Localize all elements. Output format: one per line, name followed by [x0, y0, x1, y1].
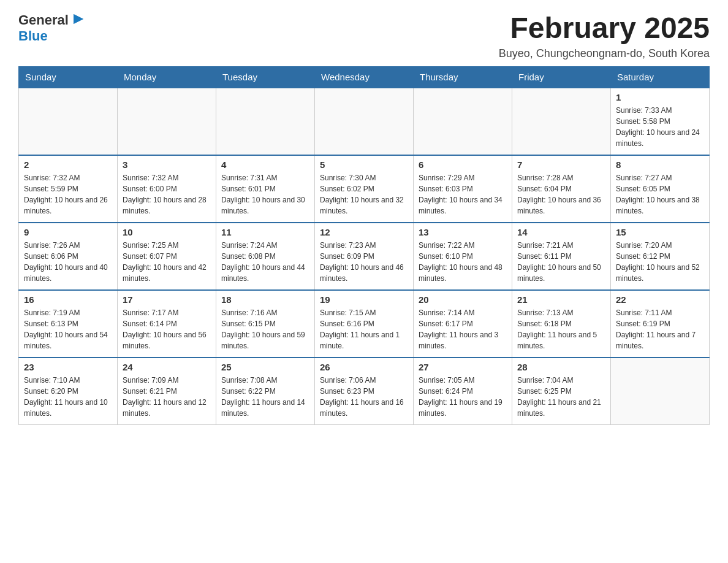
- day-number: 22: [616, 294, 704, 305]
- day-number: 5: [320, 159, 408, 170]
- col-sunday: Sunday: [19, 66, 118, 88]
- calendar-week-5: 23Sunrise: 7:10 AM Sunset: 6:20 PM Dayli…: [19, 358, 710, 425]
- logo-blue: Blue: [18, 28, 86, 44]
- day-number: 12: [320, 227, 408, 237]
- title-block: February 2025 Buyeo, Chungcheongnam-do, …: [499, 12, 710, 60]
- day-number: 3: [123, 159, 211, 170]
- calendar-table: Sunday Monday Tuesday Wednesday Thursday…: [18, 66, 710, 426]
- calendar-cell-w3-d3: 11Sunrise: 7:24 AM Sunset: 6:08 PM Dayli…: [216, 223, 315, 290]
- calendar-cell-w1-d2: [118, 88, 216, 155]
- col-friday: Friday: [512, 66, 611, 88]
- day-info: Sunrise: 7:33 AM Sunset: 5:58 PM Dayligh…: [616, 105, 704, 149]
- calendar-cell-w3-d7: 15Sunrise: 7:20 AM Sunset: 6:12 PM Dayli…: [611, 223, 710, 290]
- calendar-cell-w1-d3: [216, 88, 315, 155]
- calendar-title: February 2025: [499, 12, 710, 45]
- col-monday: Monday: [118, 66, 216, 88]
- calendar-cell-w4-d7: 22Sunrise: 7:11 AM Sunset: 6:19 PM Dayli…: [611, 290, 710, 358]
- day-info: Sunrise: 7:27 AM Sunset: 6:05 PM Dayligh…: [616, 172, 704, 216]
- day-info: Sunrise: 7:04 AM Sunset: 6:25 PM Dayligh…: [517, 375, 605, 419]
- day-number: 11: [221, 227, 309, 237]
- day-number: 15: [616, 227, 704, 237]
- calendar-cell-w4-d1: 16Sunrise: 7:19 AM Sunset: 6:13 PM Dayli…: [19, 290, 118, 358]
- day-info: Sunrise: 7:25 AM Sunset: 6:07 PM Dayligh…: [123, 240, 211, 284]
- calendar-cell-w4-d6: 21Sunrise: 7:13 AM Sunset: 6:18 PM Dayli…: [512, 290, 611, 358]
- day-number: 10: [123, 227, 211, 237]
- svg-marker-1: [74, 14, 83, 24]
- logo-flag-icon: [71, 13, 86, 28]
- calendar-cell-w1-d1: [19, 88, 118, 155]
- day-info: Sunrise: 7:11 AM Sunset: 6:19 PM Dayligh…: [616, 307, 704, 351]
- calendar-cell-w2-d3: 4Sunrise: 7:31 AM Sunset: 6:01 PM Daylig…: [216, 155, 315, 223]
- calendar-cell-w1-d4: [315, 88, 414, 155]
- day-number: 28: [517, 362, 605, 372]
- calendar-cell-w2-d1: 2Sunrise: 7:32 AM Sunset: 5:59 PM Daylig…: [19, 155, 118, 223]
- day-info: Sunrise: 7:06 AM Sunset: 6:23 PM Dayligh…: [320, 375, 408, 419]
- day-info: Sunrise: 7:29 AM Sunset: 6:03 PM Dayligh…: [419, 172, 507, 216]
- day-number: 26: [320, 362, 408, 372]
- day-info: Sunrise: 7:32 AM Sunset: 5:59 PM Dayligh…: [24, 172, 112, 216]
- calendar-cell-w5-d3: 25Sunrise: 7:08 AM Sunset: 6:22 PM Dayli…: [216, 358, 315, 425]
- calendar-cell-w2-d7: 8Sunrise: 7:27 AM Sunset: 6:05 PM Daylig…: [611, 155, 710, 223]
- calendar-cell-w4-d3: 18Sunrise: 7:16 AM Sunset: 6:15 PM Dayli…: [216, 290, 315, 358]
- col-thursday: Thursday: [414, 66, 512, 88]
- calendar-cell-w3-d4: 12Sunrise: 7:23 AM Sunset: 6:09 PM Dayli…: [315, 223, 414, 290]
- calendar-cell-w5-d4: 26Sunrise: 7:06 AM Sunset: 6:23 PM Dayli…: [315, 358, 414, 425]
- calendar-cell-w2-d2: 3Sunrise: 7:32 AM Sunset: 6:00 PM Daylig…: [118, 155, 216, 223]
- day-number: 9: [24, 227, 112, 237]
- calendar-cell-w5-d6: 28Sunrise: 7:04 AM Sunset: 6:25 PM Dayli…: [512, 358, 611, 425]
- calendar-week-2: 2Sunrise: 7:32 AM Sunset: 5:59 PM Daylig…: [19, 155, 710, 223]
- logo-general: General: [18, 12, 69, 28]
- day-number: 24: [123, 362, 211, 372]
- col-wednesday: Wednesday: [315, 66, 414, 88]
- calendar-cell-w4-d2: 17Sunrise: 7:17 AM Sunset: 6:14 PM Dayli…: [118, 290, 216, 358]
- day-number: 23: [24, 362, 112, 372]
- day-number: 27: [419, 362, 507, 372]
- day-number: 20: [419, 294, 507, 305]
- day-info: Sunrise: 7:31 AM Sunset: 6:01 PM Dayligh…: [221, 172, 309, 216]
- day-info: Sunrise: 7:20 AM Sunset: 6:12 PM Dayligh…: [616, 240, 704, 284]
- day-number: 21: [517, 294, 605, 305]
- calendar-cell-w1-d5: [414, 88, 512, 155]
- calendar-cell-w3-d5: 13Sunrise: 7:22 AM Sunset: 6:10 PM Dayli…: [414, 223, 512, 290]
- day-info: Sunrise: 7:14 AM Sunset: 6:17 PM Dayligh…: [419, 307, 507, 351]
- calendar-subtitle: Buyeo, Chungcheongnam-do, South Korea: [499, 47, 710, 60]
- day-info: Sunrise: 7:08 AM Sunset: 6:22 PM Dayligh…: [221, 375, 309, 419]
- calendar-cell-w1-d6: [512, 88, 611, 155]
- day-info: Sunrise: 7:19 AM Sunset: 6:13 PM Dayligh…: [24, 307, 112, 351]
- day-number: 6: [419, 159, 507, 170]
- page-header: General Blue February 2025 Buyeo, Chungc…: [18, 12, 710, 60]
- calendar-week-4: 16Sunrise: 7:19 AM Sunset: 6:13 PM Dayli…: [19, 290, 710, 358]
- calendar-cell-w5-d7: [611, 358, 710, 425]
- calendar-cell-w3-d1: 9Sunrise: 7:26 AM Sunset: 6:06 PM Daylig…: [19, 223, 118, 290]
- col-tuesday: Tuesday: [216, 66, 315, 88]
- calendar-cell-w2-d6: 7Sunrise: 7:28 AM Sunset: 6:04 PM Daylig…: [512, 155, 611, 223]
- day-number: 13: [419, 227, 507, 237]
- day-number: 4: [221, 159, 309, 170]
- day-number: 2: [24, 159, 112, 170]
- day-info: Sunrise: 7:22 AM Sunset: 6:10 PM Dayligh…: [419, 240, 507, 284]
- calendar-week-1: 1Sunrise: 7:33 AM Sunset: 5:58 PM Daylig…: [19, 88, 710, 155]
- day-number: 16: [24, 294, 112, 305]
- day-info: Sunrise: 7:17 AM Sunset: 6:14 PM Dayligh…: [123, 307, 211, 351]
- day-info: Sunrise: 7:09 AM Sunset: 6:21 PM Dayligh…: [123, 375, 211, 419]
- day-number: 8: [616, 159, 704, 170]
- calendar-cell-w4-d4: 19Sunrise: 7:15 AM Sunset: 6:16 PM Dayli…: [315, 290, 414, 358]
- calendar-cell-w5-d2: 24Sunrise: 7:09 AM Sunset: 6:21 PM Dayli…: [118, 358, 216, 425]
- calendar-cell-w1-d7: 1Sunrise: 7:33 AM Sunset: 5:58 PM Daylig…: [611, 88, 710, 155]
- calendar-cell-w2-d4: 5Sunrise: 7:30 AM Sunset: 6:02 PM Daylig…: [315, 155, 414, 223]
- day-info: Sunrise: 7:21 AM Sunset: 6:11 PM Dayligh…: [517, 240, 605, 284]
- calendar-cell-w3-d2: 10Sunrise: 7:25 AM Sunset: 6:07 PM Dayli…: [118, 223, 216, 290]
- day-number: 19: [320, 294, 408, 305]
- day-info: Sunrise: 7:30 AM Sunset: 6:02 PM Dayligh…: [320, 172, 408, 216]
- day-info: Sunrise: 7:26 AM Sunset: 6:06 PM Dayligh…: [24, 240, 112, 284]
- calendar-cell-w5-d5: 27Sunrise: 7:05 AM Sunset: 6:24 PM Dayli…: [414, 358, 512, 425]
- day-info: Sunrise: 7:05 AM Sunset: 6:24 PM Dayligh…: [419, 375, 507, 419]
- day-info: Sunrise: 7:32 AM Sunset: 6:00 PM Dayligh…: [123, 172, 211, 216]
- calendar-cell-w5-d1: 23Sunrise: 7:10 AM Sunset: 6:20 PM Dayli…: [19, 358, 118, 425]
- day-info: Sunrise: 7:28 AM Sunset: 6:04 PM Dayligh…: [517, 172, 605, 216]
- day-info: Sunrise: 7:23 AM Sunset: 6:09 PM Dayligh…: [320, 240, 408, 284]
- day-info: Sunrise: 7:10 AM Sunset: 6:20 PM Dayligh…: [24, 375, 112, 419]
- day-number: 7: [517, 159, 605, 170]
- logo: General Blue: [18, 12, 86, 44]
- calendar-cell-w4-d5: 20Sunrise: 7:14 AM Sunset: 6:17 PM Dayli…: [414, 290, 512, 358]
